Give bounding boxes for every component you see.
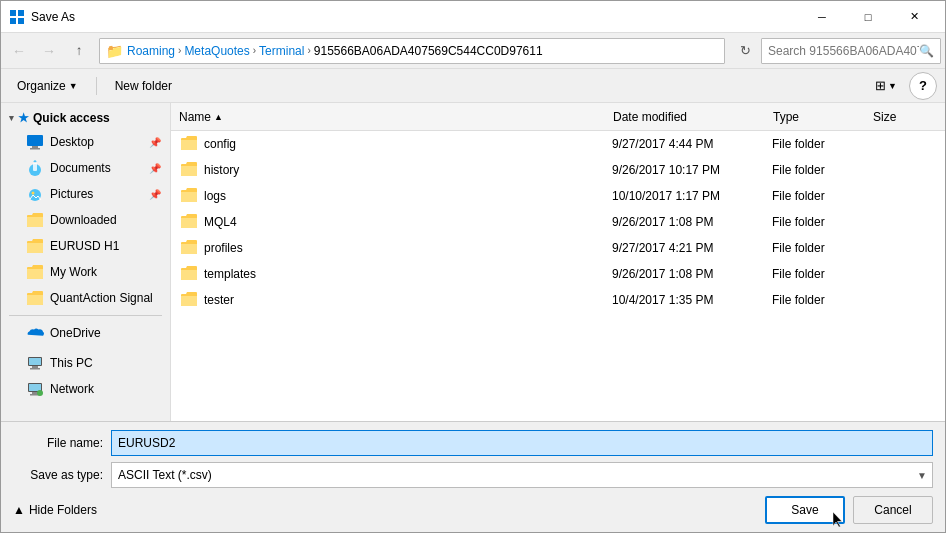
sidebar-onedrive-label: OneDrive (50, 326, 161, 340)
col-header-size[interactable]: Size (865, 103, 945, 130)
view-toggle-button[interactable]: ⊞ ▼ (869, 73, 903, 99)
svg-rect-13 (32, 366, 38, 368)
breadcrumb-metaquotes[interactable]: MetaQuotes (184, 44, 249, 58)
forward-button[interactable]: → (35, 37, 63, 65)
navigation-toolbar: ← → ↑ 📁 Roaming › MetaQuotes › Terminal … (1, 33, 945, 69)
col-header-type[interactable]: Type (765, 103, 865, 130)
pictures-pin-icon: 📌 (149, 189, 161, 200)
sidebar-item-my-work[interactable]: My Work (1, 259, 170, 285)
save-button[interactable]: Save (765, 496, 845, 524)
sidebar-item-quantaction[interactable]: QuantAction Signal (1, 285, 170, 311)
desktop-icon (26, 133, 44, 151)
file-name-row: File name: (13, 430, 933, 456)
file-cell-type: File folder (764, 137, 864, 151)
table-row[interactable]: history 9/26/2017 10:17 PM File folder (171, 157, 945, 183)
file-cell-type: File folder (764, 163, 864, 177)
minimize-button[interactable]: ─ (799, 1, 845, 33)
breadcrumb-terminal[interactable]: Terminal (259, 44, 304, 58)
search-box[interactable]: 🔍 (761, 38, 941, 64)
folder-icon (180, 213, 198, 232)
sidebar-item-network[interactable]: Network (1, 376, 170, 402)
sidebar-network-label: Network (50, 382, 161, 396)
save-as-type-wrapper: ASCII Text (*.csv) ▼ (111, 462, 933, 488)
view-arrow-icon: ▼ (888, 81, 897, 91)
sidebar-item-downloaded[interactable]: Downloaded (1, 207, 170, 233)
file-list: config 9/27/2017 4:44 PM File folder his… (171, 131, 945, 421)
file-name-label: File name: (13, 436, 103, 450)
cancel-button[interactable]: Cancel (853, 496, 933, 524)
close-button[interactable]: ✕ (891, 1, 937, 33)
table-row[interactable]: profiles 9/27/2017 4:21 PM File folder (171, 235, 945, 261)
file-area: Name ▲ Date modified Type Size (171, 103, 945, 421)
toolbar-separator (96, 77, 97, 95)
table-row[interactable]: tester 10/4/2017 1:35 PM File folder (171, 287, 945, 313)
sidebar-eurusd-label: EURUSD H1 (50, 239, 161, 253)
refresh-button[interactable]: ↻ (731, 37, 759, 65)
file-cell-name: profiles (172, 239, 604, 258)
file-cell-name: MQL4 (172, 213, 604, 232)
hide-folders-button[interactable]: ▲ Hide Folders (13, 503, 97, 517)
sidebar-item-onedrive[interactable]: OneDrive (1, 320, 170, 346)
file-cell-date: 10/4/2017 1:35 PM (604, 293, 764, 307)
help-button[interactable]: ? (909, 72, 937, 100)
search-input[interactable] (768, 44, 919, 58)
this-pc-icon (26, 354, 44, 372)
up-button[interactable]: ↑ (65, 37, 93, 65)
documents-pin-icon: 📌 (149, 163, 161, 174)
search-icon: 🔍 (919, 44, 934, 58)
desktop-pin-icon: 📌 (149, 137, 161, 148)
svg-rect-6 (30, 148, 40, 150)
sidebar-item-documents[interactable]: Documents 📌 (1, 155, 170, 181)
quick-access-arrow: ▾ (9, 113, 14, 123)
organize-button[interactable]: Organize ▼ (9, 73, 86, 99)
file-name-input[interactable] (111, 430, 933, 456)
col-header-date[interactable]: Date modified (605, 103, 765, 130)
svg-rect-16 (29, 384, 41, 391)
sub-toolbar: Organize ▼ New folder ⊞ ▼ ? (1, 69, 945, 103)
bottom-panel: File name: Save as type: ASCII Text (*.c… (1, 421, 945, 532)
sidebar-item-eurusd[interactable]: EURUSD H1 (1, 233, 170, 259)
documents-icon (26, 159, 44, 177)
folder-icon (180, 265, 198, 284)
sidebar-item-desktop[interactable]: Desktop 📌 (1, 129, 170, 155)
sidebar-downloaded-label: Downloaded (50, 213, 161, 227)
main-content: ▾ ★ Quick access Desktop 📌 (1, 103, 945, 421)
network-icon (26, 380, 44, 398)
action-row: ▲ Hide Folders Save Cancel (13, 494, 933, 524)
folder-icon (180, 291, 198, 310)
pictures-icon (26, 185, 44, 203)
folder-icon: 📁 (106, 43, 123, 59)
table-row[interactable]: config 9/27/2017 4:44 PM File folder (171, 131, 945, 157)
breadcrumb-roaming[interactable]: Roaming (127, 44, 175, 58)
file-cell-type: File folder (764, 267, 864, 281)
sidebar-quantaction-label: QuantAction Signal (50, 291, 161, 305)
save-as-type-label: Save as type: (13, 468, 103, 482)
sidebar-item-pictures[interactable]: Pictures 📌 (1, 181, 170, 207)
downloaded-folder-icon (26, 211, 44, 229)
back-button[interactable]: ← (5, 37, 33, 65)
title-bar: Save As ─ □ ✕ (1, 1, 945, 33)
new-folder-button[interactable]: New folder (107, 73, 180, 99)
table-row[interactable]: templates 9/26/2017 1:08 PM File folder (171, 261, 945, 287)
table-row[interactable]: MQL4 9/26/2017 1:08 PM File folder (171, 209, 945, 235)
table-row[interactable]: logs 10/10/2017 1:17 PM File folder (171, 183, 945, 209)
sidebar-item-this-pc[interactable]: This PC (1, 350, 170, 376)
file-cell-name: history (172, 161, 604, 180)
hide-folders-label: Hide Folders (29, 503, 97, 517)
save-as-type-select[interactable]: ASCII Text (*.csv) (111, 462, 933, 488)
sidebar-pictures-label: Pictures (50, 187, 149, 201)
maximize-button[interactable]: □ (845, 1, 891, 33)
sidebar-this-pc-label: This PC (50, 356, 161, 370)
col-header-name[interactable]: Name ▲ (171, 103, 605, 130)
breadcrumb-bar[interactable]: 📁 Roaming › MetaQuotes › Terminal › 9155… (99, 38, 725, 64)
quick-access-label: Quick access (33, 111, 110, 125)
quick-access-header[interactable]: ▾ ★ Quick access (1, 107, 170, 129)
sort-arrow-icon: ▲ (214, 112, 223, 122)
file-cell-type: File folder (764, 215, 864, 229)
quick-access-section: ▾ ★ Quick access Desktop 📌 (1, 107, 170, 311)
file-cell-name: config (172, 135, 604, 154)
svg-rect-3 (18, 18, 24, 24)
sidebar-my-work-label: My Work (50, 265, 161, 279)
window-controls: ─ □ ✕ (799, 1, 937, 33)
folder-icon (180, 135, 198, 154)
